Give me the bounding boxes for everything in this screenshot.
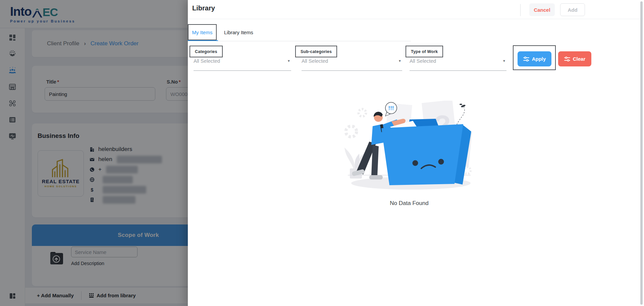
header-divider: [520, 4, 521, 16]
chevron-down-icon: ▼: [398, 59, 401, 63]
filter-categories-labelbox: Categories: [190, 46, 223, 57]
clear-button[interactable]: Clear: [558, 51, 591, 66]
type-of-work-select[interactable]: All Selected ▼: [410, 58, 506, 67]
sad-empty-folder-illustration: ?: [344, 101, 475, 191]
categories-select[interactable]: All Selected ▼: [194, 58, 291, 67]
screen: Into EC Power up your Business: [0, 0, 644, 306]
sliders-icon: [564, 56, 570, 62]
tab-library-items[interactable]: Library Items: [221, 24, 257, 40]
select-underline: [302, 70, 402, 71]
apply-button[interactable]: Apply: [518, 51, 551, 66]
library-panel-title: Library: [192, 4, 215, 12]
library-tabs: My Items Library Items: [188, 19, 644, 41]
svg-text:!!!: !!!: [388, 105, 394, 111]
sub-categories-select[interactable]: All Selected ▼: [302, 58, 402, 67]
tab-my-items[interactable]: My Items: [188, 24, 217, 40]
no-data-message: No Data Found: [344, 200, 475, 207]
sliders-icon: [523, 56, 529, 62]
add-button[interactable]: Add: [560, 3, 585, 16]
select-underline: [410, 70, 506, 71]
empty-state: ?: [344, 101, 475, 207]
chevron-down-icon: ▼: [502, 59, 506, 63]
panel-scrollbar[interactable]: [640, 1, 643, 305]
cancel-button[interactable]: Cancel: [529, 3, 555, 16]
library-panel: Library Cancel Add My Items Library Item…: [188, 0, 644, 306]
select-underline: [194, 70, 291, 71]
filter-type-of-work-labelbox: Type of Work: [406, 46, 443, 57]
chevron-down-icon: ▼: [287, 59, 290, 63]
filter-sub-categories-labelbox: Sub-categories: [295, 46, 337, 57]
library-filters: Categories All Selected ▼ Sub-categories…: [188, 41, 644, 78]
library-panel-header: Library Cancel Add: [188, 0, 644, 19]
